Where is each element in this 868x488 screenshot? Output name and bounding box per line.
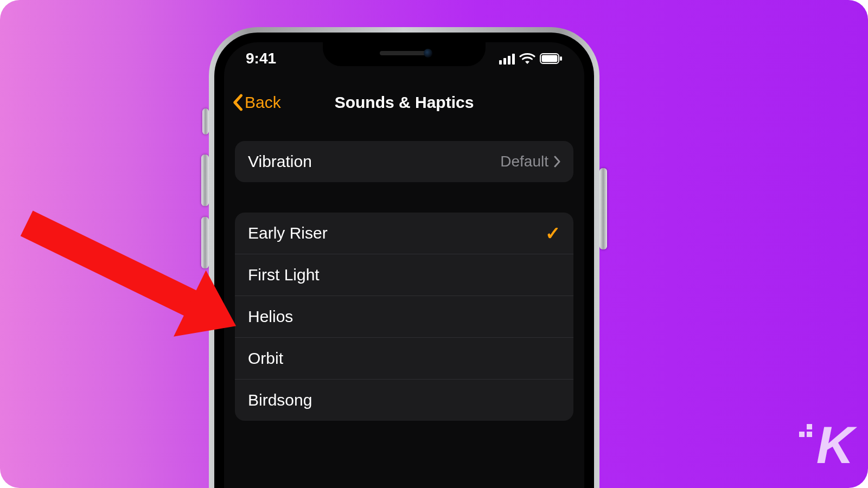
stage: 9:41	[0, 0, 868, 488]
svg-rect-1	[542, 55, 558, 62]
status-icons	[499, 53, 563, 65]
sound-option-orbit[interactable]: Orbit	[235, 337, 573, 379]
section-spacer	[235, 182, 573, 213]
screen: 9:41	[224, 42, 584, 488]
sound-label: Early Riser	[248, 224, 328, 242]
chevron-right-icon	[554, 156, 560, 168]
status-bar: 9:41	[224, 42, 584, 75]
status-time: 9:41	[246, 50, 276, 67]
content: Vibration Default Early Riser ✓	[224, 121, 584, 421]
sound-label: Orbit	[248, 349, 283, 368]
vibration-value: Default	[500, 153, 548, 170]
vibration-value-wrap: Default	[500, 153, 560, 170]
back-label: Back	[245, 93, 281, 112]
sound-label: First Light	[248, 266, 320, 284]
volume-down-btn	[201, 217, 209, 268]
vibration-row[interactable]: Vibration Default	[235, 141, 573, 182]
back-button[interactable]: Back	[233, 93, 281, 112]
sound-label: Helios	[248, 307, 293, 326]
vibration-group: Vibration Default	[235, 141, 573, 182]
battery-icon	[540, 53, 563, 64]
sounds-group: Early Riser ✓ First Light Helios Orbit B…	[235, 213, 573, 421]
nav-bar: Back Sounds & Haptics	[224, 84, 584, 121]
wifi-icon	[519, 53, 535, 65]
phone-frame: 9:41	[209, 27, 599, 488]
sound-option-helios[interactable]: Helios	[235, 296, 573, 337]
sound-option-first-light[interactable]: First Light	[235, 254, 573, 296]
sound-option-early-riser[interactable]: Early Riser ✓	[235, 213, 573, 254]
vibration-label: Vibration	[248, 152, 312, 171]
watermark-dots	[793, 423, 814, 445]
power-btn	[599, 168, 607, 249]
page-title: Sounds & Haptics	[335, 93, 474, 112]
sound-label: Birdsong	[248, 391, 312, 409]
chevron-left-icon	[233, 94, 242, 111]
mute-switch	[202, 108, 209, 134]
watermark-letter: K	[816, 416, 851, 474]
watermark: K	[816, 415, 851, 475]
cellular-signal-icon	[499, 53, 515, 65]
sound-option-birdsong[interactable]: Birdsong	[235, 379, 573, 421]
volume-up-btn	[201, 155, 209, 206]
svg-rect-2	[560, 56, 562, 61]
checkmark-icon: ✓	[545, 222, 560, 244]
